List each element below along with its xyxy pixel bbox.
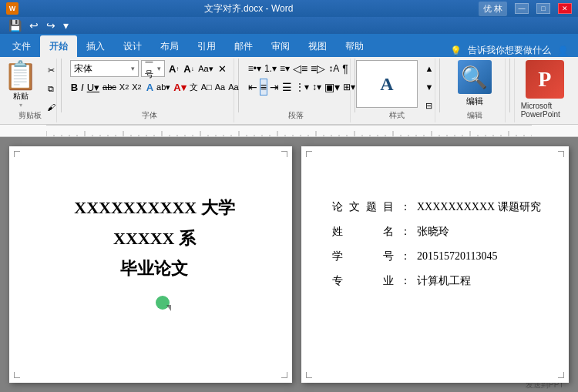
tab-review[interactable]: 审阅 [262, 35, 299, 57]
column-button[interactable]: ⋮▾ [294, 79, 310, 95]
tab-insert[interactable]: 插入 [77, 35, 114, 57]
editing-content: 🔍 编辑 [458, 60, 492, 116]
font-extra1[interactable]: Aa [214, 79, 226, 95]
thesis-title: XXXXXXXXXX 大学 XXXXX 系 毕业论文 [74, 193, 234, 284]
editing-label: 编辑 [466, 95, 483, 107]
word-app-icon: W [6, 2, 18, 15]
tab-design[interactable]: 设计 [114, 35, 151, 57]
underline-button[interactable]: U▾ [86, 79, 100, 95]
align-center-button[interactable]: ≡ [260, 79, 267, 95]
bold-button[interactable]: B [70, 79, 79, 95]
styles-down-button[interactable]: ▼ [421, 79, 438, 95]
ribbon-right-area: 💡 告诉我你想要做什么 👤 [450, 44, 575, 57]
styles-group: A ▲ ▼ ⊟ 样式 [358, 59, 435, 122]
paste-button[interactable]: 📋 粘贴 ▾ [0, 60, 41, 110]
copy-button[interactable]: ⧉ [42, 80, 59, 97]
justify-button[interactable]: ☰ [281, 79, 293, 95]
ppt-letter: P [538, 67, 551, 92]
corner-br [281, 372, 287, 378]
italic-button[interactable]: I [80, 79, 85, 95]
styles-dropdown[interactable]: A [356, 60, 418, 108]
shading-button[interactable]: ▣▾ [324, 79, 341, 95]
para-row2: ⇤ ≡ ⇥ ☰ ⋮▾ ↕▾ ▣▾ ⊞▾ [247, 79, 345, 95]
tab-references[interactable]: 引用 [188, 35, 225, 57]
font-name-box[interactable]: 宋体 ▾ [70, 60, 139, 77]
info-label-0: 论文题目 [332, 200, 394, 214]
info-row-1: 姓 名 ： 张晓玲 [332, 225, 546, 239]
font-selector-row: 宋体 ▾ 一号 ▾ A↑ A↓ Aa▾ ✕ [70, 60, 229, 77]
decrease-font-button[interactable]: A↓ [183, 60, 195, 77]
show-marks-button[interactable]: ¶ [341, 60, 349, 77]
change-case-button[interactable]: Aa▾ [197, 60, 213, 77]
info-colon-3: ： [400, 274, 411, 288]
quick-access-toolbar: 💾 ↩ ↪ ▾ [0, 17, 578, 34]
strikethrough-button[interactable]: abc [102, 79, 117, 95]
numbering-button[interactable]: 1.▾ [264, 60, 277, 77]
info-colon-2: ： [400, 250, 411, 263]
bullet-button[interactable]: ≡•▾ [247, 60, 262, 77]
tab-view[interactable]: 视图 [299, 35, 336, 57]
cursor-position [156, 296, 170, 310]
increase-font-button[interactable]: A↑ [167, 60, 180, 77]
font-group: 宋体 ▾ 一号 ▾ A↑ A↓ Aa▾ ✕ B I U▾ abc X2 X2 [66, 59, 234, 122]
font-extra2[interactable]: Aa [227, 79, 239, 95]
tab-file[interactable]: 文件 [3, 35, 40, 57]
text-effects-button[interactable]: A [146, 79, 154, 95]
align-left-button[interactable]: ⇤ [247, 79, 258, 95]
styles-expand-button[interactable]: ⊟ [421, 97, 438, 114]
redo-quick-button[interactable]: ↪ [44, 18, 58, 33]
sort-button[interactable]: ↕A [328, 60, 340, 77]
editing-icon[interactable]: 🔍 [458, 60, 492, 94]
info-row-0: 论文题目 ： XXXXXXXXXX 课题研究 [332, 200, 546, 214]
info-value-2: 201515720113045 [417, 250, 546, 263]
paste-label: 粘贴 [13, 91, 29, 102]
help-icon: 💡 [450, 45, 462, 56]
styles-label: 样式 [389, 110, 405, 121]
customize-quick-button[interactable]: ▾ [61, 18, 71, 33]
tab-mailings[interactable]: 邮件 [225, 35, 262, 57]
maximize-button[interactable]: □ [536, 3, 550, 14]
phonetic-button[interactable]: 文 [189, 79, 199, 95]
highlight-button[interactable]: ab▾ [156, 79, 171, 95]
tab-help[interactable]: 帮助 [336, 35, 373, 57]
border-char-button[interactable]: A□ [200, 79, 213, 95]
document-area: XXXXXXXXXX 大学 XXXXX 系 毕业论文 论文题目 ： XXXXXX… [0, 137, 578, 392]
format-painter-button[interactable]: 🖌 [42, 99, 59, 116]
styles-up-button[interactable]: ▲ [421, 60, 438, 77]
increase-indent-button[interactable]: ≡▷ [310, 60, 326, 77]
ruler-marks: // Generate ruler ticks via SVG for(let … [46, 125, 532, 137]
ppt-icon[interactable]: P [526, 60, 564, 99]
tab-layout[interactable]: 布局 [151, 35, 188, 57]
tab-home[interactable]: 开始 [40, 35, 77, 57]
multilevel-button[interactable]: ≡▾ [279, 60, 291, 77]
help-text[interactable]: 告诉我你想要做什么 [468, 44, 551, 57]
ribbon-tabs: 文件 开始 插入 设计 布局 引用 邮件 审阅 视图 帮助 💡 告诉我你想要做什… [0, 34, 578, 57]
sep4 [439, 59, 440, 112]
clear-format-button[interactable]: ✕ [217, 60, 229, 77]
line-spacing-button[interactable]: ↕▾ [311, 79, 322, 95]
subscript-button[interactable]: X2 [119, 79, 129, 95]
font-name-value: 宋体 [74, 62, 92, 75]
close-button[interactable]: ✕ [558, 3, 572, 14]
para-controls: ≡•▾ 1.▾ ≡▾ ◁≡ ≡▷ ↕A ¶ ⇤ ≡ ⇥ ☰ ⋮▾ ↕▾ ▣▾ ⊞… [247, 60, 345, 105]
svg-rect-0 [46, 125, 532, 137]
font-size-box[interactable]: 一号 ▾ [141, 60, 166, 77]
ppt-content: P Microsoft PowerPoint [521, 60, 569, 128]
save-quick-button[interactable]: 💾 [6, 18, 24, 33]
minimize-button[interactable]: — [515, 3, 529, 14]
clipboard-mini-btns: ✂ ⧉ 🖌 [42, 60, 59, 116]
info-value-1: 张晓玲 [417, 225, 546, 239]
undo-quick-button[interactable]: ↩ [27, 18, 41, 33]
font-controls: 宋体 ▾ 一号 ▾ A↑ A↓ Aa▾ ✕ B I U▾ abc X2 X2 [70, 60, 229, 105]
cut-button[interactable]: ✂ [42, 62, 59, 79]
styles-preview-text: A [380, 75, 393, 93]
border-button[interactable]: ⊞▾ [342, 79, 356, 95]
superscript-button[interactable]: X2 [131, 79, 142, 95]
font-color-button[interactable]: A▾ [173, 79, 187, 95]
decrease-indent-button[interactable]: ◁≡ [292, 60, 308, 77]
info-row-3: 专 业 ： 计算机工程 [332, 274, 546, 288]
title-line-1: XXXXXXXXXX 大学 [74, 193, 234, 223]
corner-tl [14, 151, 20, 157]
sep1 [61, 59, 62, 112]
align-right-button[interactable]: ⇥ [269, 79, 280, 95]
